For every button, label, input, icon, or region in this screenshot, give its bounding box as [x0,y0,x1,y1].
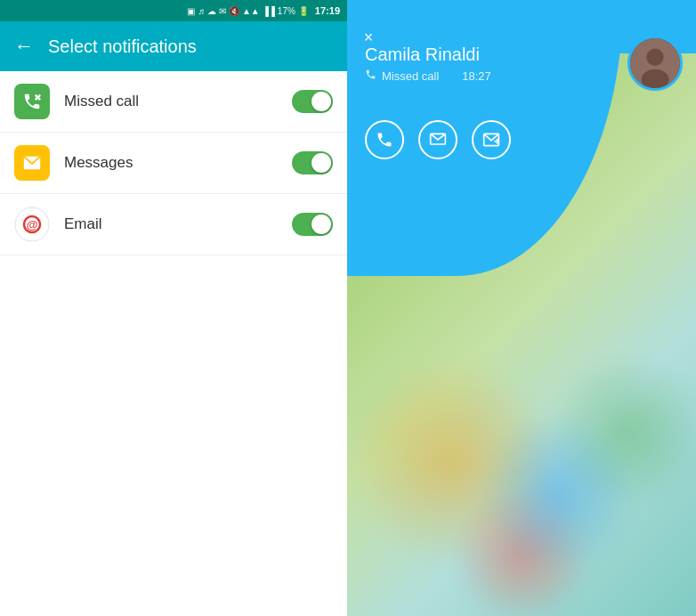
list-item: @ Email [0,194,347,255]
signal-icon: ▐▐ [263,6,275,16]
caller-sub-row: Missed call 18:27 [365,69,491,83]
battery-icon: 🔋 [298,6,309,16]
email-action-button[interactable] [472,120,511,159]
messages-icon [14,145,50,181]
caller-name: Camila Rinaldi [365,45,491,65]
list-item: Missed call [0,71,347,133]
page-title: Select notifications [48,36,197,57]
call-back-button[interactable] [365,120,404,159]
missed-call-icon [14,84,50,119]
messages-toggle[interactable] [292,151,333,174]
notification-list: Missed call Messages @ E [0,71,347,616]
left-panel: ▣ ♬ ☁ ✉ 🔇 ▲▲ ▐▐ 17% 🔋 17:19 ← Select not… [0,0,347,616]
call-time: 18:27 [462,69,491,83]
messages-label: Messages [64,154,292,172]
header: ← Select notifications [0,21,347,71]
cloud-icon: ☁ [207,6,216,16]
action-buttons [365,120,511,159]
mute-icon: 🔇 [229,6,239,16]
right-panel: × Camila Rinaldi Missed call 18:27 [347,0,696,616]
missed-call-toggle[interactable] [292,90,333,113]
back-button[interactable]: ← [14,35,34,58]
email-label: Email [64,215,292,233]
message-button[interactable] [418,120,457,159]
music-icon: ♬ [198,6,205,16]
svg-text:@: @ [27,218,38,231]
list-item: Messages [0,133,347,194]
message-icon: ✉ [219,6,226,16]
email-toggle[interactable] [292,213,333,236]
status-icons: ▣ ♬ ☁ ✉ 🔇 ▲▲ ▐▐ 17% 🔋 17:19 [187,5,340,16]
wifi-icon: ▲▲ [242,6,260,16]
avatar [627,36,683,91]
status-time: 17:19 [315,5,340,16]
status-bar: ▣ ♬ ☁ ✉ 🔇 ▲▲ ▐▐ 17% 🔋 17:19 [0,0,347,21]
photo-icon: ▣ [187,6,195,16]
caller-info: Camila Rinaldi Missed call 18:27 [365,45,491,83]
svg-point-8 [642,69,669,89]
battery-text: 17% [278,6,295,16]
email-icon: @ [14,207,50,242]
missed-call-sub-icon [365,69,376,83]
missed-call-label: Missed call [64,93,292,110]
missed-call-text: Missed call [382,69,439,83]
svg-point-7 [646,49,663,66]
